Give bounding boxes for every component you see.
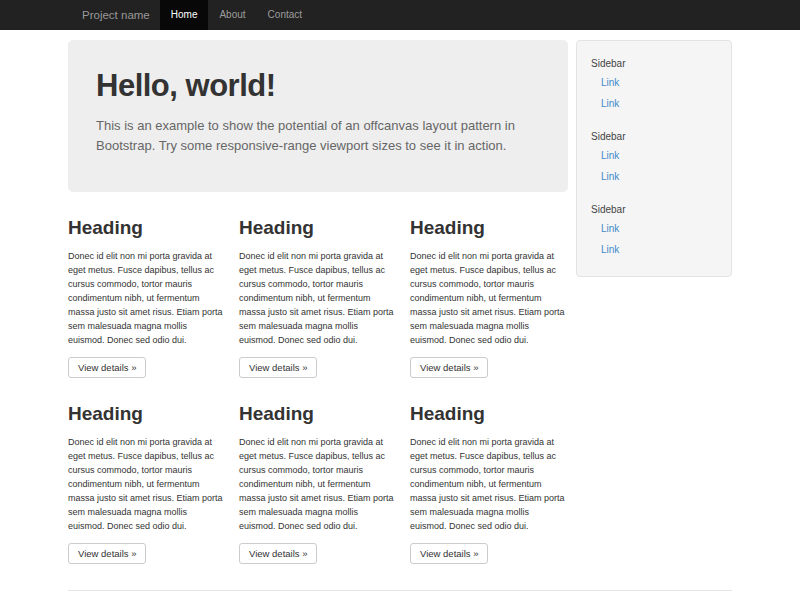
sidebar-link[interactable]: Link <box>591 239 717 260</box>
sidebar-link[interactable]: Link <box>591 72 717 93</box>
content-card: Heading Donec id elit non mi porta gravi… <box>68 192 226 378</box>
main-content: Hello, world! This is an example to show… <box>68 40 568 564</box>
card-heading: Heading <box>68 217 226 239</box>
navbar-menu: Home About Contact <box>160 0 313 30</box>
sidebar-heading: Sidebar <box>591 55 717 72</box>
card-body-text: Donec id elit non mi porta gravida at eg… <box>410 249 568 347</box>
sidebar-link[interactable]: Link <box>591 93 717 114</box>
sidebar-group: Sidebar Link Link <box>591 55 717 114</box>
card-heading: Heading <box>410 403 568 425</box>
sidebar-group: Sidebar Link Link <box>591 128 717 187</box>
sidebar-link[interactable]: Link <box>591 218 717 239</box>
card-body-text: Donec id elit non mi porta gravida at eg… <box>239 435 397 533</box>
nav-item-about[interactable]: About <box>208 0 256 30</box>
jumbotron: Hello, world! This is an example to show… <box>68 40 568 192</box>
content-card: Heading Donec id elit non mi porta gravi… <box>410 192 568 378</box>
sidebar: Sidebar Link Link Sidebar Link Link Side… <box>576 40 732 277</box>
navbar-brand[interactable]: Project name <box>68 0 150 30</box>
jumbotron-text: This is an example to show the potential… <box>96 116 540 156</box>
nav-item-contact[interactable]: Contact <box>257 0 313 30</box>
content-card: Heading Donec id elit non mi porta gravi… <box>239 378 397 564</box>
nav-item-home[interactable]: Home <box>160 0 209 30</box>
view-details-button[interactable]: View details » <box>410 357 488 378</box>
content-card: Heading Donec id elit non mi porta gravi… <box>68 378 226 564</box>
content-card: Heading Donec id elit non mi porta gravi… <box>239 192 397 378</box>
card-heading: Heading <box>68 403 226 425</box>
card-heading: Heading <box>410 217 568 239</box>
cards-row-1: Heading Donec id elit non mi porta gravi… <box>68 192 568 378</box>
view-details-button[interactable]: View details » <box>239 543 317 564</box>
sidebar-heading: Sidebar <box>591 128 717 145</box>
content-card: Heading Donec id elit non mi porta gravi… <box>410 378 568 564</box>
view-details-button[interactable]: View details » <box>239 357 317 378</box>
footer: © Company 2013 <box>68 590 732 600</box>
card-body-text: Donec id elit non mi porta gravida at eg… <box>68 435 226 533</box>
view-details-button[interactable]: View details » <box>68 543 146 564</box>
view-details-button[interactable]: View details » <box>68 357 146 378</box>
navbar: Project name Home About Contact <box>0 0 800 30</box>
sidebar-link[interactable]: Link <box>591 145 717 166</box>
sidebar-group: Sidebar Link Link <box>591 201 717 260</box>
card-body-text: Donec id elit non mi porta gravida at eg… <box>239 249 397 347</box>
sidebar-column: Sidebar Link Link Sidebar Link Link Side… <box>576 40 732 564</box>
page-title: Hello, world! <box>96 68 540 104</box>
card-heading: Heading <box>239 403 397 425</box>
sidebar-heading: Sidebar <box>591 201 717 218</box>
sidebar-link[interactable]: Link <box>591 166 717 187</box>
view-details-button[interactable]: View details » <box>410 543 488 564</box>
card-body-text: Donec id elit non mi porta gravida at eg… <box>68 249 226 347</box>
card-heading: Heading <box>239 217 397 239</box>
card-body-text: Donec id elit non mi porta gravida at eg… <box>410 435 568 533</box>
cards-row-2: Heading Donec id elit non mi porta gravi… <box>68 378 568 564</box>
